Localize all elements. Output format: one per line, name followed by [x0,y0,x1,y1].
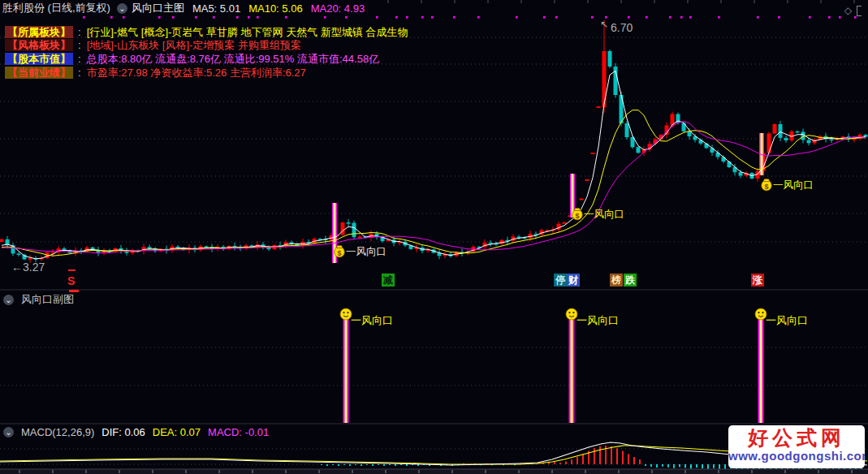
info-row-label: 【股本市值】 [5,53,73,65]
info-row: 【所属板块】:[行业]-燃气 [概念]-页岩气 草甘膦 地下管网 天然气 新型城… [5,26,408,38]
event-badge[interactable]: 跌 [624,274,637,287]
info-row: 【当前业绩】:市盈率:27.98 净资收益率:5.26 主营利润率:6.27 [5,67,306,79]
signal-dash [68,269,76,271]
info-row-text: 市盈率:27.98 净资收益率:5.26 主营利润率:6.27 [87,67,306,79]
macd-panel-header: ⌄ MACD(12,26,9) DIF: 0.06 DEA: 0.07 MACD… [3,426,276,438]
maximize-icon[interactable] [857,6,862,16]
chevron-down-icon[interactable]: ⌄ [3,427,14,437]
event-badge[interactable]: 减 [382,274,395,287]
dea-value: DEA: 0.07 [153,426,201,438]
chevron-down-icon[interactable]: ⌄ [117,3,127,14]
info-row-text: [地域]-山东板块 [风格]-定增预案 并购重组预案 [87,39,301,51]
high-price-arrow: ↖ [600,19,608,30]
signal-label: 一风向口 [346,245,386,259]
signal-label: 一风向口 [584,208,624,222]
sub-signal-label: 一风向口 [766,313,808,328]
info-row-label: 【当前业绩】 [5,67,73,79]
ma20-value: MA20: 4.93 [311,2,365,15]
info-row-label: 【所属板块】 [5,26,73,38]
diamond-icon[interactable]: ◇ [844,5,852,16]
event-badge[interactable]: 涨 [751,274,764,287]
watermark-site-name: 好公式网 [728,426,865,449]
signal-label: 一风向口 [773,179,814,192]
low-price-annotation: ←3.27 [11,261,45,274]
dif-value: DIF: 0.06 [101,426,145,438]
stock-title[interactable]: 胜利股份 (日线,前复权) [2,1,110,15]
watermark-url[interactable]: www.goodgongshi.com [728,449,865,463]
ma10-value: MA10: 5.06 [248,2,303,15]
event-badge[interactable]: 榜 [610,274,623,287]
sell-marker: S [67,274,75,287]
sub-panel-header: ⌄ 风向口副图 [3,292,81,307]
sub-signal-label: 一风向口 [577,313,619,328]
window-corner-controls: ◇ [844,5,862,16]
event-badge[interactable]: 停 [554,274,567,287]
info-row-separator: : [78,26,81,38]
info-row-separator: : [78,53,81,65]
info-row: 【风格板块】:[地域]-山东板块 [风格]-定增预案 并购重组预案 [5,39,301,51]
macd-value: MACD: -0.01 [208,426,269,438]
info-row-separator: : [78,67,81,79]
chevron-down-icon[interactable]: ⌄ [3,295,14,305]
sub-signal-label: 一风向口 [351,313,393,328]
watermark: 好公式网 www.goodgongshi.com [728,425,865,468]
title-bar: 胜利股份 (日线,前复权) ⌄ 风向口主图 MA5: 5.01 MA10: 5.… [2,2,365,15]
info-row-text: 总股本:8.80亿 流通盘:8.76亿 流通比:99.51% 流通市值:44.5… [87,53,380,65]
info-row-separator: : [78,39,81,51]
sub-indicator-name[interactable]: 风向口副图 [21,292,74,307]
macd-indicator-name[interactable]: MACD(12,26,9) [21,426,94,438]
event-badge[interactable]: 财 [567,274,580,287]
ma5-value: MA5: 5.01 [192,2,240,15]
trading-app-window: $$$ 胜利股份 (日线,前复权) ⌄ 风向口主图 MA5: 5.01 MA10… [0,0,868,474]
info-row-text: [行业]-燃气 [概念]-页岩气 草甘膦 地下管网 天然气 新型城镇 合成生物 [87,26,408,38]
high-price-annotation: 6.70 [611,21,633,34]
info-row: 【股本市值】:总股本:8.80亿 流通盘:8.76亿 流通比:99.51% 流通… [5,53,379,65]
info-row-label: 【风格板块】 [5,39,73,51]
main-indicator-name[interactable]: 风向口主图 [132,1,184,15]
